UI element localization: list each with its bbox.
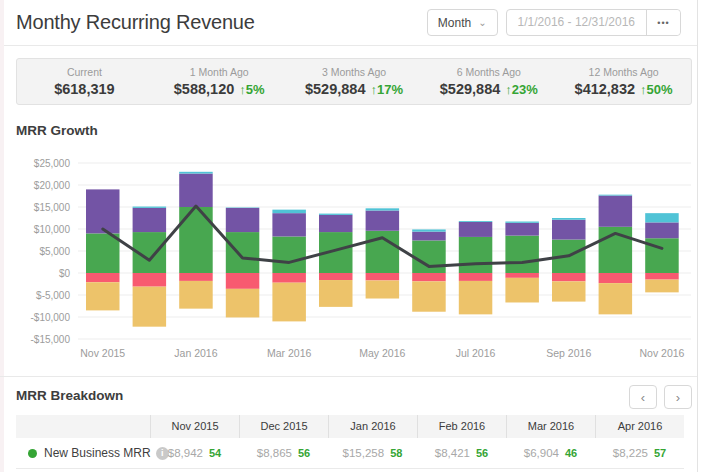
bar-segment-contraction-Jan-2016[interactable] — [179, 273, 213, 281]
bar-segment-expansion-Nov-2016[interactable] — [645, 222, 679, 238]
app-header: Monthy Recurring Revenue Month ⌄ 1/1/201… — [4, 0, 697, 46]
period-selector-dropdown[interactable]: Month ⌄ — [427, 9, 498, 36]
bar-segment-reactivation-Sep-2016[interactable] — [552, 218, 586, 220]
bar-segment-reactivation-Jan-2016[interactable] — [179, 172, 213, 174]
bar-segment-new-business-Jul-2016[interactable] — [459, 237, 493, 273]
bar-segment-new-business-Aug-2016[interactable] — [505, 236, 539, 273]
date-range-input[interactable]: 1/1/2016 - 12/31/2016 — [507, 10, 646, 35]
stat-label: 12 Months Ago — [556, 66, 691, 78]
stat-amount: $529,884 — [440, 81, 500, 97]
stat-label: 1 Month Ago — [152, 66, 287, 78]
bar-segment-reactivation-Nov-2016[interactable] — [645, 213, 679, 222]
bar-segment-expansion-Jul-2016[interactable] — [459, 222, 493, 237]
bar-segment-reactivation-May-2016[interactable] — [366, 208, 400, 210]
bar-segment-churn-Jun-2016[interactable] — [412, 281, 446, 311]
bar-segment-churn-Apr-2016[interactable] — [319, 280, 353, 307]
period-selector-label: Month — [438, 16, 471, 30]
table-header-Nov-2015: Nov 2015 — [150, 415, 239, 438]
mrr-dashboard: Monthy Recurring Revenue Month ⌄ 1/1/201… — [0, 0, 708, 472]
breakdown-table-row: New Business MRRi$8,94254$8,86556$15,258… — [16, 438, 684, 469]
bar-segment-reactivation-Mar-2016[interactable] — [272, 210, 306, 214]
y-tick-label: $25,000 — [34, 158, 71, 169]
stat-label: 3 Months Ago — [287, 66, 422, 78]
mrr-growth-chart: $25,000$20,000$15,000$10,000$5,000$0$-5,… — [0, 148, 708, 366]
stat-6-months-ago: 6 Months Ago$529,884↑23% — [421, 59, 556, 104]
bar-segment-new-business-Mar-2016[interactable] — [272, 236, 306, 273]
bar-segment-new-business-Nov-2015[interactable] — [86, 233, 120, 273]
bar-segment-contraction-Aug-2016[interactable] — [505, 273, 539, 278]
stat-label: Current — [17, 66, 152, 78]
bar-segment-contraction-Oct-2016[interactable] — [599, 273, 633, 283]
bar-segment-churn-Nov-2016[interactable] — [645, 280, 679, 293]
bar-segment-reactivation-Jul-2016[interactable] — [459, 221, 493, 222]
breakdown-next-button[interactable]: › — [664, 385, 692, 409]
breakdown-section-title: MRR Breakdown — [16, 388, 123, 403]
bar-segment-churn-Feb-2016[interactable] — [226, 289, 259, 318]
bar-segment-contraction-Jun-2016[interactable] — [412, 273, 446, 281]
cell-count: 56 — [298, 447, 310, 459]
bar-segment-contraction-May-2016[interactable] — [366, 273, 400, 280]
bar-segment-churn-Aug-2016[interactable] — [505, 278, 539, 303]
bar-segment-contraction-Nov-2016[interactable] — [645, 273, 679, 280]
table-cell-Jan-2016: $15,25858 — [328, 447, 417, 459]
bar-segment-churn-Oct-2016[interactable] — [599, 283, 633, 314]
y-tick-label: $5,000 — [39, 246, 70, 257]
bar-segment-contraction-Feb-2016[interactable] — [226, 273, 259, 289]
bar-segment-churn-May-2016[interactable] — [366, 280, 400, 298]
bar-segment-new-business-Jan-2016[interactable] — [179, 207, 213, 273]
bar-segment-reactivation-Aug-2016[interactable] — [505, 222, 539, 223]
y-tick-label: -$10,000 — [31, 312, 71, 323]
bar-segment-reactivation-Jun-2016[interactable] — [412, 229, 446, 231]
bar-segment-contraction-Jul-2016[interactable] — [459, 273, 493, 281]
stat-delta: ↑50% — [640, 82, 673, 97]
bar-segment-contraction-Sep-2016[interactable] — [552, 273, 586, 281]
header-controls: Month ⌄ 1/1/2016 - 12/31/2016 ••• — [427, 9, 681, 36]
stat-delta: ↑5% — [239, 82, 264, 97]
bar-segment-churn-Jul-2016[interactable] — [459, 281, 493, 314]
bar-segment-expansion-Feb-2016[interactable] — [226, 208, 259, 232]
content-right-divider — [697, 0, 698, 472]
cell-amount: $8,421 — [435, 447, 470, 459]
bar-segment-expansion-Aug-2016[interactable] — [505, 223, 539, 236]
x-tick-label: May 2016 — [359, 347, 405, 359]
bar-segment-contraction-Apr-2016[interactable] — [319, 273, 353, 280]
bar-segment-reactivation-Apr-2016[interactable] — [319, 214, 353, 215]
bar-segment-expansion-Apr-2016[interactable] — [319, 215, 353, 232]
growth-section-title: MRR Growth — [16, 123, 98, 138]
bar-segment-reactivation-Dec-2015[interactable] — [133, 207, 167, 208]
bar-segment-churn-Dec-2015[interactable] — [133, 287, 167, 327]
bar-segment-contraction-Nov-2015[interactable] — [86, 273, 120, 282]
table-cell-Nov-2015: $8,94254 — [150, 447, 239, 459]
bar-segment-contraction-Dec-2015[interactable] — [133, 273, 167, 287]
bar-segment-expansion-Dec-2015[interactable] — [133, 208, 167, 232]
bar-segment-new-business-Jun-2016[interactable] — [412, 240, 446, 273]
bar-segment-expansion-Mar-2016[interactable] — [272, 213, 306, 236]
x-tick-label: Sep 2016 — [546, 347, 591, 359]
date-range-more-button[interactable]: ••• — [646, 10, 680, 35]
legend-dot — [28, 449, 37, 458]
bar-segment-reactivation-Oct-2016[interactable] — [599, 195, 633, 196]
bar-segment-expansion-Jun-2016[interactable] — [412, 232, 446, 241]
y-tick-label: $-5,000 — [36, 290, 70, 301]
bar-segment-churn-Mar-2016[interactable] — [272, 283, 306, 322]
x-tick-label: Jan 2016 — [174, 347, 217, 359]
bar-segment-expansion-Nov-2015[interactable] — [86, 189, 120, 233]
cell-amount: $8,942 — [168, 447, 203, 459]
stat-3-months-ago: 3 Months Ago$529,884↑17% — [287, 59, 422, 104]
bar-segment-new-business-Feb-2016[interactable] — [226, 232, 259, 273]
breakdown-prev-button[interactable]: ‹ — [629, 385, 657, 409]
table-header-Dec-2015: Dec 2015 — [239, 415, 328, 438]
bar-segment-expansion-Jan-2016[interactable] — [179, 174, 213, 207]
chevron-right-icon: › — [676, 390, 680, 405]
mrr-stats-bar: Current$618,3191 Month Ago$588,120↑5%3 M… — [16, 58, 692, 105]
bar-segment-expansion-Oct-2016[interactable] — [599, 196, 633, 227]
bar-segment-churn-Jan-2016[interactable] — [179, 281, 213, 309]
bar-segment-expansion-Sep-2016[interactable] — [552, 220, 586, 240]
bar-segment-expansion-May-2016[interactable] — [366, 211, 400, 231]
bar-segment-churn-Nov-2015[interactable] — [86, 282, 120, 310]
cell-count: 58 — [390, 447, 402, 459]
x-tick-label: Mar 2016 — [267, 347, 312, 359]
bar-segment-contraction-Mar-2016[interactable] — [272, 273, 306, 283]
cell-amount: $6,904 — [524, 447, 559, 459]
bar-segment-churn-Sep-2016[interactable] — [552, 281, 586, 301]
